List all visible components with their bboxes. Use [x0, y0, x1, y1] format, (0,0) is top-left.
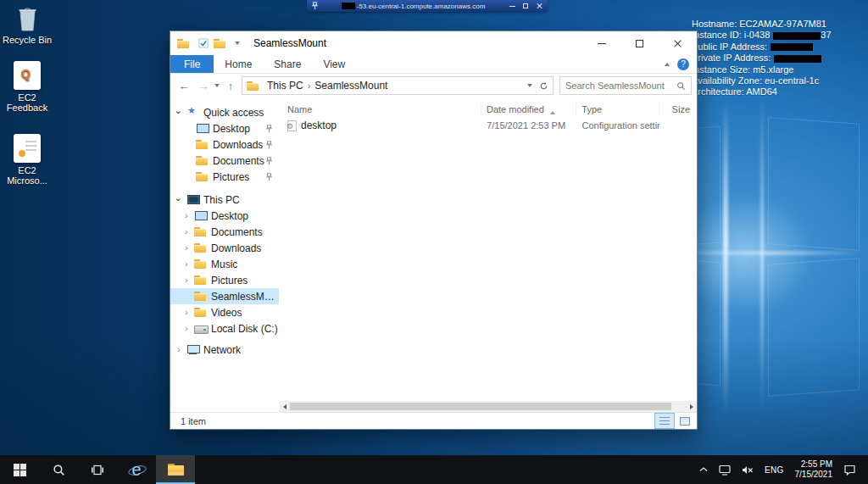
- expand-chevron-icon[interactable]: [185, 227, 194, 236]
- title-bar[interactable]: SeamlessMount: [170, 31, 697, 55]
- scrollbar-thumb[interactable]: [290, 403, 671, 410]
- language-indicator[interactable]: ENG: [763, 455, 786, 484]
- column-header-type[interactable]: Type: [576, 103, 659, 115]
- expand-chevron-icon[interactable]: [177, 345, 186, 354]
- redaction-box: [773, 32, 821, 40]
- back-button[interactable]: [175, 81, 192, 92]
- column-header-size[interactable]: Size: [659, 103, 697, 115]
- nav-item-label: Pictures: [213, 171, 249, 183]
- documents-folder-icon: [194, 226, 208, 237]
- pin-icon: [265, 173, 273, 181]
- minimize-button[interactable]: [582, 31, 620, 55]
- search-icon[interactable]: [676, 81, 686, 91]
- volume-button[interactable]: [740, 455, 755, 484]
- nav-item-network[interactable]: Network: [170, 342, 279, 358]
- rdp-restore-button[interactable]: [521, 2, 530, 10]
- desktop-icon-ec2-microsoft[interactable]: EC2 Microso...: [0, 134, 54, 186]
- tab-file[interactable]: File: [170, 55, 214, 73]
- collapse-chevron-icon[interactable]: [177, 195, 186, 204]
- system-tray: ENG 2:55 PM 7/15/2021: [698, 455, 868, 484]
- address-bar[interactable]: This PC SeamlessMount: [242, 76, 554, 95]
- nav-item-pc-seamlessmount[interactable]: SeamlessMount: [170, 288, 279, 304]
- desktop-icon-recycle-bin[interactable]: Recycle Bin: [0, 5, 54, 45]
- nav-item-pc-downloads[interactable]: Downloads: [170, 240, 279, 256]
- pin-icon[interactable]: [311, 2, 319, 10]
- nav-item-label: Videos: [211, 307, 242, 319]
- rdp-minimize-button[interactable]: [508, 2, 516, 10]
- local-disk-icon: [194, 323, 208, 334]
- forward-button[interactable]: [195, 81, 212, 92]
- expand-chevron-icon[interactable]: [185, 324, 194, 333]
- search-box[interactable]: [559, 76, 692, 95]
- nav-item-pc-documents[interactable]: Documents: [170, 224, 279, 240]
- task-view-button[interactable]: [78, 455, 117, 484]
- refresh-icon[interactable]: [539, 81, 548, 91]
- nav-item-label: Downloads: [213, 139, 263, 151]
- address-dropdown-chevron-icon[interactable]: [527, 84, 532, 87]
- nav-item-qa-desktop[interactable]: Desktop: [170, 120, 279, 136]
- pin-icon: [265, 125, 273, 133]
- tray-overflow-button[interactable]: [698, 455, 709, 484]
- nav-item-pc-local-disk[interactable]: Local Disk (C:): [170, 320, 279, 337]
- close-button[interactable]: [659, 31, 697, 55]
- network-status-button[interactable]: [717, 455, 732, 484]
- orange-dot-glyph: [19, 150, 25, 157]
- search-input[interactable]: [565, 81, 673, 91]
- nav-item-pc-videos[interactable]: Videos: [170, 304, 279, 320]
- nav-item-qa-documents[interactable]: Documents: [170, 153, 279, 169]
- nav-item-qa-pictures[interactable]: Pictures: [170, 169, 279, 185]
- scroll-right-arrow[interactable]: [686, 401, 697, 412]
- column-header-name[interactable]: Name: [287, 103, 481, 115]
- horizontal-scrollbar[interactable]: [279, 401, 697, 412]
- rdp-connection-bar[interactable]: -53.eu-central-1.compute.amazonaws.com: [307, 0, 548, 12]
- file-explorer-window: SeamlessMount File Home Share View ?: [170, 31, 698, 430]
- file-explorer-button[interactable]: [156, 455, 195, 484]
- scroll-left-arrow[interactable]: [279, 401, 290, 412]
- start-button[interactable]: [0, 455, 39, 484]
- details-view-icon: [659, 417, 670, 425]
- expand-chevron-icon[interactable]: [185, 308, 194, 317]
- desktop-icon-ec2-feedback[interactable]: Q EC2 Feedback: [0, 61, 54, 113]
- breadcrumb-separator-icon[interactable]: [308, 81, 311, 91]
- rdp-close-button[interactable]: [535, 2, 543, 10]
- action-center-button[interactable]: [842, 455, 858, 484]
- seamlessmount-folder-icon: [194, 291, 208, 302]
- breadcrumb-current-folder[interactable]: SeamlessMount: [314, 80, 387, 92]
- maximize-button[interactable]: [620, 31, 659, 55]
- column-headers: Name Date modified Type Size: [279, 100, 697, 118]
- collapse-chevron-icon[interactable]: [177, 108, 186, 117]
- status-bar: 1 item: [170, 412, 697, 429]
- breadcrumb-this-pc[interactable]: This PC: [267, 80, 303, 92]
- file-row-desktop-ini[interactable]: desktop 7/15/2021 2:53 PM Configuration …: [279, 118, 697, 133]
- column-header-date-modified[interactable]: Date modified: [481, 103, 576, 115]
- customize-toolbar-chevron-icon[interactable]: [235, 42, 240, 45]
- file-name: desktop: [301, 120, 337, 131]
- large-icons-view-button[interactable]: [675, 413, 695, 429]
- details-view-button[interactable]: [654, 413, 675, 429]
- nav-item-pc-music[interactable]: Music: [170, 256, 279, 272]
- expand-ribbon-chevron-icon[interactable]: [665, 63, 670, 66]
- expand-chevron-icon[interactable]: [185, 275, 194, 285]
- clock[interactable]: 2:55 PM 7/15/2021: [793, 455, 835, 484]
- nav-item-pc-desktop[interactable]: Desktop: [170, 208, 279, 224]
- help-button[interactable]: ?: [677, 58, 689, 70]
- nav-item-qa-downloads[interactable]: Downloads: [170, 136, 279, 153]
- desktop-icon: [194, 210, 208, 221]
- network-icon: [719, 465, 731, 476]
- properties-check-icon[interactable]: [198, 38, 209, 48]
- recent-locations-chevron-icon[interactable]: [214, 84, 220, 87]
- internet-explorer-button[interactable]: [117, 455, 156, 484]
- taskbar-search-button[interactable]: [39, 455, 78, 484]
- nav-item-pc-pictures[interactable]: Pictures: [170, 272, 279, 288]
- expand-chevron-icon[interactable]: [185, 243, 194, 253]
- nav-item-quick-access[interactable]: Quick access: [170, 104, 279, 120]
- tab-home[interactable]: Home: [214, 55, 263, 73]
- up-button[interactable]: [222, 81, 239, 92]
- navigation-pane: Quick access Desktop Downloads Documents: [170, 97, 279, 412]
- tab-share[interactable]: Share: [263, 55, 312, 73]
- expand-chevron-icon[interactable]: [185, 211, 194, 220]
- tab-view[interactable]: View: [312, 55, 356, 73]
- expand-chevron-icon[interactable]: [185, 259, 194, 269]
- new-folder-icon[interactable]: [214, 38, 226, 48]
- nav-item-this-pc[interactable]: This PC: [170, 192, 279, 208]
